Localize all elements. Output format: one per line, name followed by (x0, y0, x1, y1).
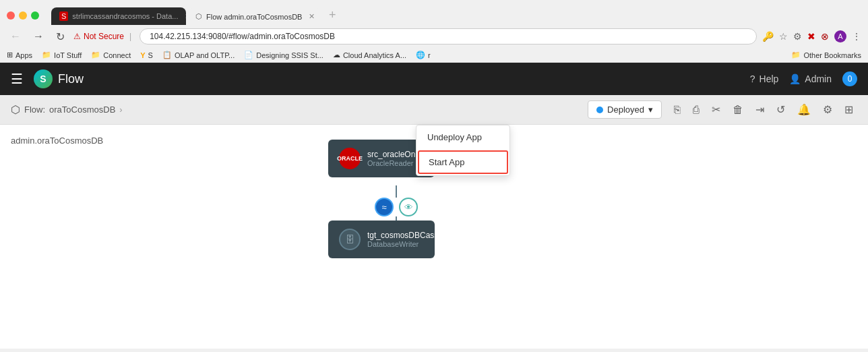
breadcrumb-flow-label: Flow: (24, 105, 45, 115)
delete-button[interactable]: 🗑 (728, 100, 747, 120)
target-node-type: DatabaseWriter (367, 240, 459, 248)
user-icon: 👤 (789, 74, 801, 84)
extension-icon2[interactable]: ✖ (807, 31, 815, 42)
browser-toolbar-icons: 🔑 ☆ ⚙ ✖ ⊗ A ⋮ (762, 30, 861, 42)
target-node-info: tgt_cosmosDBCassandra DatabaseWriter (367, 231, 459, 248)
admin-label: Admin (805, 74, 832, 84)
breadcrumb-chevron: › (119, 105, 122, 115)
copy-button[interactable]: ⎘ (670, 100, 685, 120)
tab-close-strlim[interactable]: ✕ (185, 12, 186, 21)
bookmark-iot[interactable]: 📁 IoT Stuff (42, 51, 82, 59)
forward-button[interactable]: → (30, 29, 47, 44)
bookmark-y-icon: Y (140, 51, 145, 59)
bookmark-apps[interactable]: ⊞ Apps (7, 51, 32, 59)
toolbar-actions: ⎘ ⎙ ✂ 🗑 ⇥ ↺ 🔔 ⚙ ⊞ (670, 99, 857, 120)
breadcrumb-icon: ⬡ (11, 103, 20, 116)
help-button[interactable]: ? Help (750, 74, 779, 84)
app-title: Flow (58, 72, 84, 86)
hamburger-menu[interactable]: ☰ (11, 71, 23, 87)
target-node[interactable]: 🗄 tgt_cosmosDBCassandra DatabaseWriter (328, 221, 435, 258)
bookmark-label-cloud: Cloud Analytics A... (343, 51, 406, 59)
oracle-icon: ORACLE (339, 148, 361, 169)
bookmark-y[interactable]: Y S (140, 51, 153, 59)
sub-header: ⬡ Flow: oraToCosmosDB › Deployed ▾ ⎘ ⎙ ✂… (0, 95, 868, 125)
tab-label-flow: Flow admin.oraToCosmosDB (206, 13, 302, 21)
other-bookmarks[interactable]: 📁 Other Bookmarks (791, 51, 861, 59)
close-button[interactable] (7, 11, 15, 20)
bookmarks-folder-icon: 📁 (791, 51, 801, 59)
settings-button[interactable]: ⚙ (819, 99, 836, 120)
grid-button[interactable]: ⊞ (840, 99, 857, 120)
notification-count: 0 (848, 74, 852, 84)
admin-button[interactable]: 👤 Admin (789, 74, 832, 84)
bookmark-r[interactable]: 🌐 r (416, 51, 431, 59)
oracle-icon-label: ORACLE (337, 155, 363, 162)
bookmark-label-olap: OLAP and OLTP... (175, 51, 235, 59)
connector-line-top (396, 185, 397, 198)
export-button[interactable]: ⇥ (751, 99, 768, 120)
other-bookmarks-label: Other Bookmarks (803, 51, 861, 59)
flow-path-label: admin.oraToCosmosDB (11, 136, 103, 146)
alert-button[interactable]: 🔔 (793, 99, 815, 120)
paste-button[interactable]: ⎙ (689, 100, 704, 120)
cut-button[interactable]: ✂ (708, 99, 724, 120)
undo-button[interactable]: ↺ (772, 99, 789, 120)
start-app-item[interactable]: Start App (418, 150, 508, 174)
logo-letter: S (40, 74, 46, 84)
bookmark-olap[interactable]: 📋 OLAP and OLTP... (162, 51, 235, 59)
bookmark-ssis[interactable]: 📄 Designing SSIS St... (244, 51, 323, 59)
tab-flow[interactable]: ⬡ Flow admin.oraToCosmosDB ✕ (187, 8, 322, 25)
separator: | (129, 32, 131, 41)
refresh-button[interactable]: ↻ (53, 29, 68, 45)
browser-chrome: S strlimcassandracosmos - Data... ✕ ⬡ Fl… (0, 0, 868, 63)
apps-icon: ⊞ (7, 51, 13, 59)
new-tab-button[interactable]: + (323, 5, 342, 25)
breadcrumb: ⬡ Flow: oraToCosmosDB › (11, 103, 123, 116)
address-bar: ← → ↻ ⚠ Not Secure | 104.42.215.134:9080… (0, 25, 868, 48)
help-icon: ? (750, 74, 755, 84)
header-actions: ? Help 👤 Admin 0 (750, 71, 857, 86)
stream-icon[interactable]: ≈ (375, 198, 394, 216)
window-controls (7, 11, 39, 20)
eye-icon[interactable]: 👁 (399, 198, 418, 216)
bookmark-label-iot: IoT Stuff (54, 51, 82, 59)
bookmark-cloud[interactable]: ☁ Cloud Analytics A... (333, 51, 406, 59)
bookmark-olap-icon: 📋 (162, 51, 172, 59)
connector-icons-row: ≈ 👁 (375, 198, 418, 216)
deployed-label: Deployed (607, 105, 644, 115)
back-button[interactable]: ← (7, 29, 24, 44)
db-icon: 🗄 (339, 229, 361, 250)
bookmarks-bar: ⊞ Apps 📁 IoT Stuff 📁 Connect Y S 📋 OLAP … (0, 48, 868, 63)
overflow-menu[interactable]: ⋮ (852, 31, 861, 42)
url-text: 104.42.215.134:9080/#flow/admin.oraToCos… (150, 32, 335, 41)
minimize-button[interactable] (19, 11, 27, 20)
db-icon-symbol: 🗄 (345, 234, 354, 245)
undeploy-app-item[interactable]: Undeploy App (416, 125, 509, 149)
tab-close-flow[interactable]: ✕ (309, 12, 315, 21)
bookmark-cloud-icon: ☁ (333, 51, 340, 59)
deployed-chevron: ▾ (648, 105, 653, 115)
tab-favicon-flow: ⬡ (195, 12, 202, 21)
security-warning: ⚠ Not Secure | (73, 32, 134, 41)
folder-icon-iot: 📁 (42, 51, 51, 59)
extension-icon3[interactable]: ⊗ (821, 31, 829, 42)
help-label: Help (760, 74, 779, 84)
app-logo: S (34, 69, 53, 88)
key-icon: 🔑 (762, 31, 774, 42)
user-avatar[interactable]: A (834, 30, 846, 42)
url-bar[interactable]: 104.42.215.134:9080/#flow/admin.oraToCos… (140, 28, 757, 45)
tab-strlim[interactable]: S strlimcassandracosmos - Data... ✕ (51, 7, 186, 25)
deployed-button[interactable]: Deployed ▾ (588, 100, 662, 119)
notification-badge[interactable]: 0 (842, 71, 857, 86)
dropdown-menu: Undeploy App Start App (416, 125, 510, 176)
bookmark-label-connect: Connect (103, 51, 131, 59)
canvas-area: admin.oraToCosmosDB ORACLE src_oracleOnP… (0, 125, 868, 349)
bookmark-label-y: S (148, 51, 153, 59)
bookmark-connect[interactable]: 📁 Connect (91, 51, 131, 59)
maximize-button[interactable] (31, 11, 39, 20)
extension-icon1[interactable]: ⚙ (793, 31, 802, 42)
bookmark-label-ssis: Designing SSIS St... (256, 51, 323, 59)
bookmark-label-apps: Apps (16, 51, 32, 59)
breadcrumb-name: oraToCosmosDB (49, 105, 115, 115)
star-icon[interactable]: ☆ (779, 31, 788, 42)
